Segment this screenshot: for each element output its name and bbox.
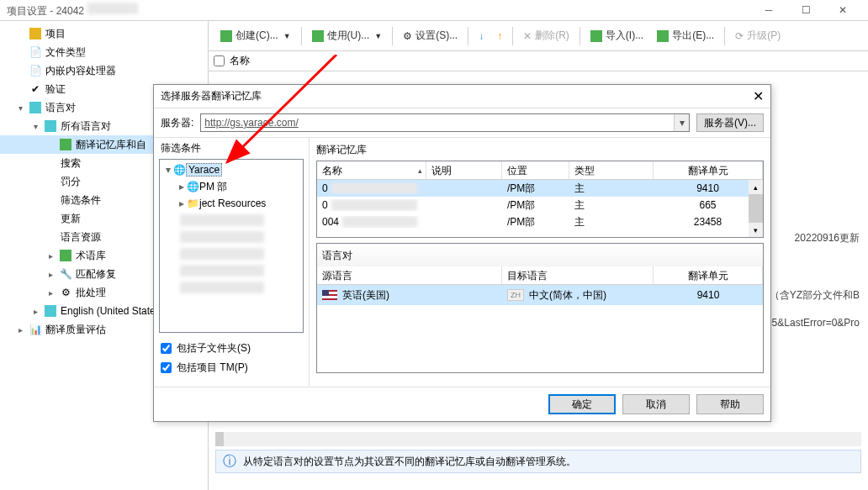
filter-tree-blurred <box>161 212 301 229</box>
select-server-tm-dialog: 选择服务器翻译记忆库 ✕ 服务器: http://gs.yarace.com/ … <box>153 84 771 422</box>
list-selectall-checkbox[interactable] <box>214 55 225 66</box>
filter-tree-proj[interactable]: ▸📁ject Resources <box>161 195 301 212</box>
toolbar-moveup-button[interactable]: ↓ <box>474 28 489 45</box>
info-text: 从特定语言对的设置节点为其设置不同的翻译记忆库或自动翻译管理系统。 <box>243 455 576 469</box>
info-bar: ⓘ 从特定语言对的设置节点为其设置不同的翻译记忆库或自动翻译管理系统。 <box>215 450 861 473</box>
langpair-header: 语言对 <box>316 243 764 266</box>
window-title: 项目设置 - 24042 <box>7 3 750 18</box>
langpair-grid: 源语言 目标语言 翻译单元 英语(美国) ZH中文(简体，中国) 9410 <box>316 266 764 373</box>
tm-col-name[interactable]: 名称▴ <box>317 161 426 179</box>
window-titlebar: 项目设置 - 24042 ─ ☐ ✕ <box>0 0 868 21</box>
zh-badge-icon: ZH <box>507 289 524 301</box>
info-icon: ⓘ <box>223 453 236 471</box>
help-button[interactable]: 帮助 <box>696 394 764 414</box>
servers-button[interactable]: 服务器(V)... <box>696 113 764 132</box>
server-label: 服务器: <box>161 116 193 130</box>
flag-us-icon <box>322 290 337 300</box>
toolbar: 创建(C)...▼ 使用(U)...▼ ⚙设置(S)... ↓ ↑ ✕删除(R)… <box>209 21 868 51</box>
lang-col-units[interactable]: 翻译单元 <box>654 266 763 284</box>
server-combo[interactable]: http://gs.yarace.com/ ▾ <box>200 113 690 132</box>
combo-arrow-icon[interactable]: ▾ <box>674 114 689 131</box>
toolbar-use-button[interactable]: 使用(U)...▼ <box>307 26 388 45</box>
filter-tree-root[interactable]: ▾🌐Yarace <box>161 161 301 178</box>
window-minimize-button[interactable]: ─ <box>750 0 787 20</box>
tm-col-type[interactable]: 类型 <box>569 161 654 179</box>
toolbar-settings-button[interactable]: ⚙设置(S)... <box>398 26 463 45</box>
toolbar-delete-button[interactable]: ✕删除(R) <box>518 26 574 45</box>
dialog-title: 选择服务器翻译记忆库 <box>161 89 753 103</box>
langpair-row[interactable]: 英语(美国) ZH中文(简体，中国) 9410 <box>317 285 763 305</box>
toolbar-movedown-button[interactable]: ↑ <box>492 28 507 45</box>
filter-tree-blurred <box>161 229 301 245</box>
bg-text-1: 20220916更新 <box>795 231 860 245</box>
filter-header: 筛选条件 <box>154 138 309 159</box>
dialog-close-icon[interactable]: ✕ <box>753 88 764 104</box>
tm-col-loc[interactable]: 位置 <box>502 161 569 179</box>
tm-col-desc[interactable]: 说明 <box>426 161 502 179</box>
tm-header: 翻译记忆库 <box>316 141 764 161</box>
tm-row[interactable]: 0 /PM部 主 665 <box>317 197 763 213</box>
lang-col-src[interactable]: 源语言 <box>317 266 502 284</box>
toolbar-export-button[interactable]: 导出(E)... <box>652 26 719 45</box>
filter-tree: ▾🌐Yarace ▸🌐PM 部 ▸📁ject Resources <box>159 159 304 333</box>
ok-button[interactable]: 确定 <box>548 394 616 414</box>
toolbar-create-button[interactable]: 创建(C)...▼ <box>215 26 296 45</box>
sidebar-item-project[interactable]: 项目 <box>0 24 208 43</box>
list-header: 名称 <box>209 51 868 71</box>
filter-tree-blurred <box>161 279 301 296</box>
lang-col-tgt[interactable]: 目标语言 <box>502 266 654 284</box>
filter-tree-blurred <box>161 262 301 279</box>
sidebar-item-embedded[interactable]: 📄内嵌内容处理器 <box>0 61 208 80</box>
filter-tree-blurred <box>161 245 301 262</box>
tm-grid-scrollbar[interactable]: ▴ ▾ <box>749 180 763 237</box>
cancel-button[interactable]: 取消 <box>622 394 690 414</box>
filter-tree-pm[interactable]: ▸🌐PM 部 <box>161 178 301 195</box>
include-subfolders-checkbox[interactable]: 包括子文件夹(S) <box>161 341 302 356</box>
tm-row[interactable]: 004 /PM部 主 23458 <box>317 213 763 230</box>
window-close-button[interactable]: ✕ <box>824 0 861 20</box>
bg-text-2: 25（含YZ部分文件和B <box>758 288 860 303</box>
sidebar-item-filetypes[interactable]: 📄文件类型 <box>0 43 208 61</box>
tm-row[interactable]: 0 /PM部 主 9410 <box>317 180 763 197</box>
include-project-tm-checkbox[interactable]: 包括项目 TM(P) <box>161 361 302 375</box>
tm-col-units[interactable]: 翻译单元 <box>654 161 763 179</box>
list-header-name: 名称 <box>230 54 250 68</box>
horizontal-scrollbar[interactable] <box>215 432 861 446</box>
window-maximize-button[interactable]: ☐ <box>787 0 824 20</box>
toolbar-upgrade-button[interactable]: ⟳升级(P) <box>730 26 786 45</box>
tm-grid: 名称▴ 说明 位置 类型 翻译单元 0 /PM部 主 9410 0 /PM部 <box>316 161 764 238</box>
toolbar-import-button[interactable]: 导入(I)... <box>585 26 648 45</box>
